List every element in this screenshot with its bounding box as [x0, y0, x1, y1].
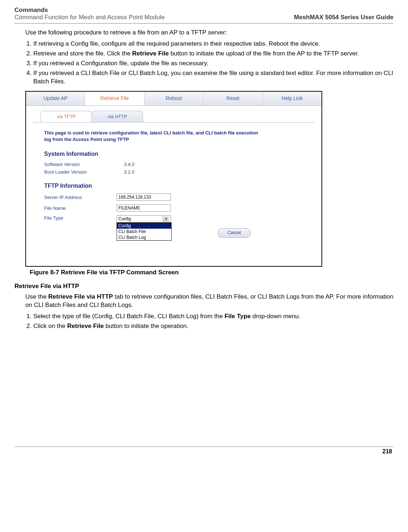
http-step2-pre: Click on the [33, 323, 67, 329]
file-name-input[interactable] [117, 204, 171, 212]
file-type-option-cli-batch-log[interactable]: CLI Batch Log [117, 234, 171, 240]
http-para-pre: Use the [25, 293, 48, 300]
tab-help-link[interactable]: Help Link [263, 92, 321, 105]
http-step1-pre: Select the type of file (Config, CLI Bat… [33, 313, 224, 320]
footer-divider [14, 446, 394, 447]
bootloader-version-value: 3.1.0 [124, 169, 134, 175]
file-type-selected: Config [118, 216, 131, 221]
step-2-pre: Retrieve and store the file. Click the [33, 50, 132, 57]
step-2-bold: Retrieve File [132, 50, 169, 57]
screenshot-frame: Update AP Retrieve File Reboot Reset Hel… [25, 91, 322, 267]
step-2-post: button to initiate the upload of the fil… [169, 50, 359, 57]
software-version-value: 3.4.0 [124, 162, 134, 167]
sub-tab-tftp[interactable]: via TFTP [41, 111, 92, 122]
server-ip-label: Server IP Address [44, 195, 117, 200]
intro-paragraph: Use the following procedure to retrieve … [25, 29, 394, 37]
sub-tab-bar: via TFTP via HTTP [26, 106, 321, 122]
tab-reboot[interactable]: Reboot [144, 92, 203, 105]
http-step1-bold: File Type [224, 313, 251, 320]
bootloader-version-label: Boot Loader Version [44, 169, 124, 175]
top-tab-bar: Update AP Retrieve File Reboot Reset Hel… [26, 92, 321, 106]
server-ip-input[interactable] [117, 194, 171, 201]
http-step2-bold: Retrieve File [67, 323, 104, 329]
header-subtitle: Command Function for Mesh and Access Poi… [14, 14, 165, 21]
cancel-button[interactable]: Cancel [218, 228, 251, 238]
http-para-bold: Retrieve File via HTTP [48, 293, 113, 300]
step-2: Retrieve and store the file. Click the R… [33, 50, 394, 58]
http-step1-post: drop-down menu. [251, 313, 300, 320]
page-number: 218 [14, 448, 394, 455]
http-paragraph: Use the Retrieve File via HTTP tab to re… [25, 293, 394, 309]
system-info-title: System Information [44, 151, 307, 157]
tab-reset[interactable]: Reset [203, 92, 262, 105]
tab-update-ap[interactable]: Update AP [26, 92, 85, 105]
figure-caption: Figure 8-7 Retrieve File via TFTP Comman… [30, 269, 394, 276]
header-divider [14, 23, 394, 24]
file-type-select[interactable]: Config ▼ [117, 215, 171, 223]
file-type-label: File Type [44, 215, 117, 221]
procedure-list-1: If retrieving a Config file, configure a… [25, 40, 394, 86]
file-type-dropdown: Config CLI Batch File CLI Batch Log [117, 223, 172, 241]
http-step2-post: button to initiate the operation. [104, 323, 188, 329]
header-title: Commands [14, 7, 48, 13]
http-heading: Retrieve File via HTTP [14, 283, 394, 290]
panel-description: This page is used to retrieve configurat… [44, 130, 261, 143]
tftp-info-title: TFTP Information [44, 183, 307, 189]
procedure-list-2: Select the type of file (Config, CLI Bat… [25, 312, 394, 331]
chevron-down-icon[interactable]: ▼ [163, 216, 169, 222]
tab-retrieve-file[interactable]: Retrieve File [85, 92, 144, 105]
http-step-1: Select the type of file (Config, CLI Bat… [33, 312, 394, 321]
file-name-label: File Name [44, 205, 117, 211]
step-1: If retrieving a Config file, configure a… [33, 40, 394, 48]
sub-tab-http[interactable]: via HTTP [92, 111, 143, 122]
step-3: If you retrieved a Configuration file, u… [33, 59, 394, 68]
header-guide: MeshMAX 5054 Series User Guide [294, 14, 394, 21]
panel: This page is used to retrieve configurat… [33, 122, 314, 259]
file-type-option-cli-batch-file[interactable]: CLI Batch File [117, 229, 171, 234]
step-4: If you retrieved a CLI Batch File or CLI… [33, 69, 394, 86]
http-step-2: Click on the Retrieve File button to ini… [33, 322, 394, 331]
file-type-option-config[interactable]: Config [117, 223, 171, 229]
software-version-label: Software Version [44, 162, 124, 167]
